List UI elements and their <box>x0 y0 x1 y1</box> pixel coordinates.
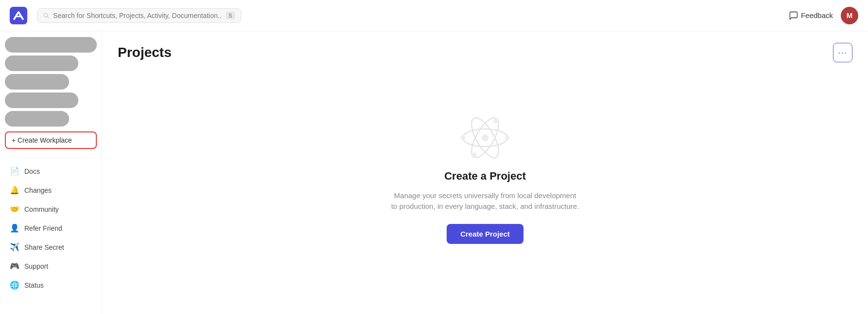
skeleton-item-1 <box>5 37 97 53</box>
sidebar-item-changes[interactable]: 🔔 Changes <box>5 182 97 198</box>
sidebar-item-status[interactable]: 🌐 Status <box>5 277 97 293</box>
search-bar[interactable]: S <box>37 8 241 23</box>
empty-state-icon <box>461 113 509 162</box>
support-icon: 🎮 <box>10 261 19 271</box>
skeleton-item-5 <box>5 111 69 127</box>
svg-point-8 <box>461 135 465 140</box>
status-icon: 🌐 <box>10 280 19 290</box>
main-content: Projects ··· Create a Project Manage you… <box>102 31 868 314</box>
sidebar-item-label: Changes <box>24 186 52 194</box>
sidebar-item-refer-friend[interactable]: 👤 Refer Friend <box>5 220 97 236</box>
skeleton-item-3 <box>5 74 69 90</box>
layout: + Create Workplace 📄 Docs 🔔 Changes 🤝 Co… <box>0 31 868 314</box>
create-project-button[interactable]: Create Project <box>447 224 524 244</box>
svg-rect-0 <box>10 7 27 24</box>
topbar: S Feedback M <box>0 0 868 31</box>
svg-line-2 <box>47 16 49 18</box>
empty-state-description: Manage your secrets universally from loc… <box>391 190 579 212</box>
sidebar-item-support[interactable]: 🎮 Support <box>5 258 97 274</box>
sidebar-divider <box>5 158 97 158</box>
sidebar: + Create Workplace 📄 Docs 🔔 Changes 🤝 Co… <box>0 31 102 314</box>
share-secret-icon: ✈️ <box>10 242 19 252</box>
svg-point-10 <box>472 152 477 157</box>
refer-friend-icon: 👤 <box>10 223 19 233</box>
sidebar-item-label: Status <box>24 281 44 289</box>
create-workplace-button[interactable]: + Create Workplace <box>5 131 97 149</box>
search-input[interactable] <box>53 12 221 19</box>
svg-point-6 <box>482 134 488 141</box>
topbar-right: Feedback M <box>789 7 858 24</box>
sidebar-item-label: Community <box>24 205 59 213</box>
search-icon <box>43 12 49 19</box>
community-icon: 🤝 <box>10 204 19 214</box>
docs-icon: 📄 <box>10 166 19 176</box>
skeleton-item-4 <box>5 92 78 108</box>
page-header: Projects ··· <box>118 43 852 62</box>
sidebar-item-label: Docs <box>24 167 40 175</box>
sidebar-item-community[interactable]: 🤝 Community <box>5 201 97 217</box>
svg-point-9 <box>493 118 498 123</box>
skeleton-item-2 <box>5 55 78 71</box>
more-options-button[interactable]: ··· <box>833 43 852 62</box>
sidebar-item-docs[interactable]: 📄 Docs <box>5 163 97 179</box>
feedback-icon <box>789 11 798 20</box>
avatar[interactable]: M <box>841 7 858 24</box>
empty-state: Create a Project Manage your secrets uni… <box>118 74 852 302</box>
search-shortcut-badge: S <box>226 12 235 19</box>
empty-state-title: Create a Project <box>444 170 526 183</box>
sidebar-item-label: Support <box>24 262 48 270</box>
sidebar-item-label: Share Secret <box>24 243 64 251</box>
sidebar-item-label: Refer Friend <box>24 224 62 232</box>
sidebar-item-share-secret[interactable]: ✈️ Share Secret <box>5 239 97 255</box>
changes-icon: 🔔 <box>10 185 19 195</box>
feedback-button[interactable]: Feedback <box>789 11 833 20</box>
svg-point-7 <box>505 135 509 140</box>
page-title: Projects <box>118 45 172 60</box>
app-logo[interactable] <box>10 7 27 24</box>
